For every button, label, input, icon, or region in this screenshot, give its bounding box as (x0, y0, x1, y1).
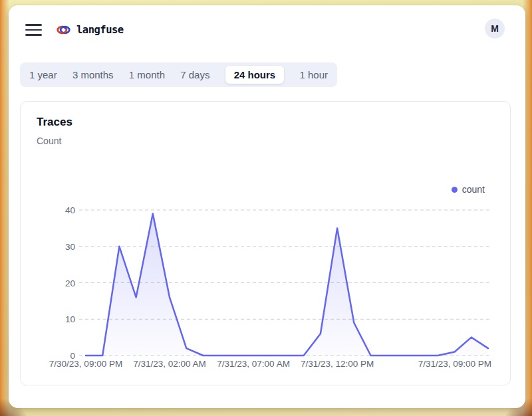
desktop-background: langfuse M 1 year3 months1 month7 days24… (0, 0, 532, 416)
x-tick-label: 7/31/23, 07:00 AM (217, 359, 290, 369)
card-title: Traces (37, 116, 72, 129)
tab-1-month[interactable]: 1 month (129, 69, 165, 80)
x-tick-label: 7/30/23, 09:00 PM (49, 359, 122, 369)
langfuse-logo-icon (57, 25, 70, 35)
tab-1-year[interactable]: 1 year (29, 69, 57, 80)
legend-dot (452, 187, 458, 193)
y-tick-label: 40 (65, 205, 75, 215)
x-tick-label: 7/31/23, 02:00 AM (133, 359, 206, 369)
topbar: langfuse M (9, 5, 525, 53)
x-tick-label: 7/31/23, 09:00 PM (418, 359, 491, 369)
count-area-fill (86, 214, 488, 356)
traces-card: Traces Count count 0102030407/30/23, 09:… (20, 101, 511, 385)
chart-legend: count (452, 184, 485, 195)
y-tick-label: 20 (65, 278, 75, 288)
y-tick-label: 10 (65, 314, 75, 324)
avatar[interactable]: M (485, 19, 505, 39)
tab-1-hour[interactable]: 1 hour (299, 69, 328, 80)
traces-chart-svg[interactable]: 0102030407/30/23, 09:00 PM7/31/23, 02:00… (21, 196, 510, 375)
brand[interactable]: langfuse (57, 22, 124, 38)
x-tick-label: 7/31/23, 12:00 PM (301, 359, 374, 369)
y-tick-label: 30 (65, 242, 75, 252)
hamburger-icon (25, 24, 42, 26)
legend-label: count (462, 184, 485, 195)
tab-7-days[interactable]: 7 days (180, 69, 209, 80)
brand-name: langfuse (76, 24, 124, 36)
app-window: langfuse M 1 year3 months1 month7 days24… (9, 5, 525, 408)
card-subtitle: Count (37, 136, 61, 146)
time-range-tabs: 1 year3 months1 month7 days24 hours1 hou… (20, 62, 337, 87)
menu-button[interactable] (25, 24, 42, 36)
tab-3-months[interactable]: 3 months (72, 69, 114, 80)
tab-24-hours[interactable]: 24 hours (225, 66, 285, 84)
